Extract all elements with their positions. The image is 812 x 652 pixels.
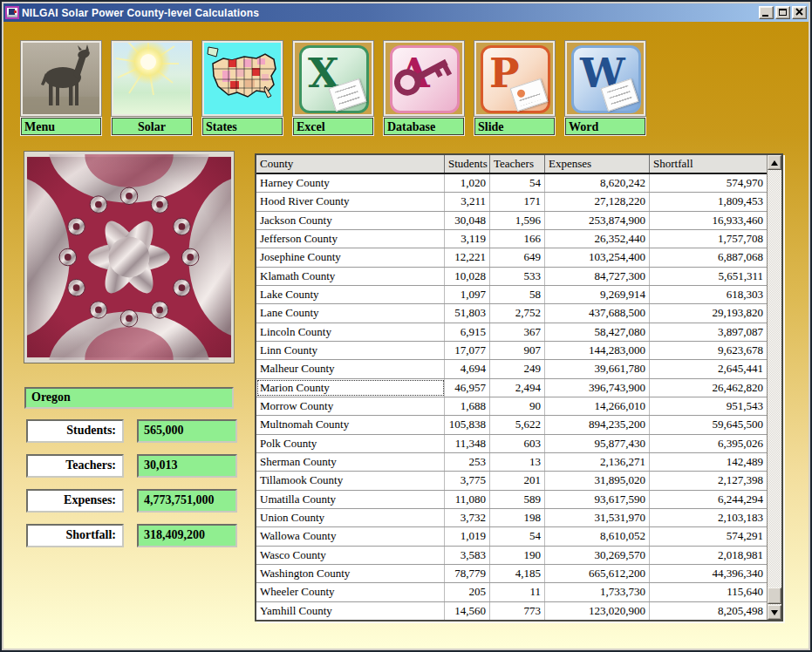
table-row[interactable]: Klamath County 10,028 533 84,727,300 5,6… — [256, 267, 767, 285]
cell-county[interactable]: Klamath County — [256, 268, 445, 285]
close-button[interactable] — [792, 6, 807, 19]
cell-shortfall[interactable]: 44,396,340 — [650, 565, 767, 582]
app-form-icon[interactable] — [5, 6, 19, 19]
table-row[interactable]: Tillamook County 3,775 201 31,895,020 2,… — [256, 471, 767, 489]
table-row[interactable]: Washington County 78,779 4,185 665,612,2… — [256, 564, 767, 582]
cell-county[interactable]: Jackson County — [256, 212, 445, 229]
cell-expenses[interactable]: 31,531,970 — [545, 509, 650, 526]
cell-students[interactable]: 11,080 — [445, 491, 490, 508]
cell-teachers[interactable]: 5,622 — [490, 416, 545, 433]
table-row[interactable]: Linn County 17,077 907 144,283,000 9,623… — [256, 341, 767, 359]
cell-expenses[interactable]: 437,688,500 — [545, 304, 650, 322]
table-row[interactable]: Morrow County 1,688 90 14,266,010 951,54… — [256, 397, 767, 415]
table-row[interactable]: Umatilla County 11,080 589 93,617,590 6,… — [256, 490, 767, 508]
table-row[interactable]: Marion County 46,957 2,494 396,743,900 2… — [256, 378, 767, 397]
table-row[interactable]: Lake County 1,097 58 9,269,914 618,303 — [256, 285, 767, 303]
cell-county[interactable]: Multnomah County — [256, 416, 445, 433]
cell-county[interactable]: Umatilla County — [256, 491, 445, 508]
cell-shortfall[interactable]: 59,645,500 — [650, 416, 767, 433]
cell-expenses[interactable]: 253,874,900 — [545, 212, 650, 229]
cell-expenses[interactable]: 665,612,200 — [545, 565, 650, 582]
cell-shortfall[interactable]: 2,127,398 — [650, 472, 767, 489]
cell-students[interactable]: 205 — [445, 583, 490, 601]
cell-shortfall[interactable]: 142,489 — [650, 453, 767, 471]
table-row[interactable]: Harney County 1,020 54 8,620,242 574,970 — [256, 174, 767, 192]
cell-students[interactable]: 1,019 — [445, 527, 490, 545]
cell-expenses[interactable]: 58,427,080 — [545, 323, 650, 341]
cell-teachers[interactable]: 533 — [490, 268, 545, 285]
cell-shortfall[interactable]: 6,887,068 — [650, 248, 767, 266]
cell-students[interactable]: 6,915 — [445, 323, 490, 341]
table-row[interactable]: Wasco County 3,583 190 30,269,570 2,018,… — [256, 546, 767, 564]
cell-students[interactable]: 105,838 — [445, 416, 490, 433]
cell-shortfall[interactable]: 1,809,453 — [650, 193, 767, 210]
cell-shortfall[interactable]: 2,103,183 — [650, 509, 767, 526]
cell-shortfall[interactable]: 951,543 — [650, 397, 767, 415]
cell-expenses[interactable]: 26,352,440 — [545, 230, 650, 248]
cell-expenses[interactable]: 396,743,900 — [545, 379, 650, 397]
window-title-bar[interactable]: NILGAI Solar Power County-level Calculat… — [3, 3, 809, 22]
table-row[interactable]: Yamhill County 14,560 773 123,020,900 8,… — [256, 601, 767, 620]
table-row[interactable]: Sherman County 253 13 2,136,271 142,489 — [256, 452, 767, 471]
cell-county[interactable]: Malheur County — [256, 360, 445, 377]
maximize-button[interactable] — [775, 6, 790, 19]
cell-county[interactable]: Wallowa County — [256, 527, 445, 545]
cell-teachers[interactable]: 649 — [490, 248, 545, 266]
vertical-scrollbar[interactable] — [767, 155, 781, 620]
cell-teachers[interactable]: 54 — [490, 527, 545, 545]
cell-expenses[interactable]: 8,610,052 — [545, 527, 650, 545]
cell-students[interactable]: 1,688 — [445, 397, 490, 415]
cell-students[interactable]: 3,119 — [445, 230, 490, 248]
cell-county[interactable]: Sherman County — [256, 453, 445, 471]
cell-expenses[interactable]: 31,895,020 — [545, 472, 650, 489]
cell-students[interactable]: 253 — [445, 453, 490, 471]
cell-county[interactable]: Lincoln County — [256, 323, 445, 341]
cell-expenses[interactable]: 95,877,430 — [545, 435, 650, 452]
cell-expenses[interactable]: 144,283,000 — [545, 342, 650, 359]
cell-county[interactable]: Washington County — [256, 565, 445, 582]
cell-students[interactable]: 4,694 — [445, 360, 490, 377]
cell-teachers[interactable]: 198 — [490, 509, 545, 526]
cell-students[interactable]: 14,560 — [445, 602, 490, 620]
database-button[interactable]: A Database — [384, 41, 464, 135]
cell-expenses[interactable]: 894,235,200 — [545, 416, 650, 433]
cell-expenses[interactable]: 30,269,570 — [545, 547, 650, 564]
states-button[interactable]: States — [202, 41, 283, 135]
cell-shortfall[interactable]: 574,291 — [650, 527, 767, 545]
cell-county[interactable]: Morrow County — [256, 397, 445, 415]
cell-expenses[interactable]: 2,136,271 — [545, 453, 650, 471]
slide-button[interactable]: P Slide — [474, 41, 555, 135]
table-row[interactable]: Union County 3,732 198 31,531,970 2,103,… — [256, 508, 767, 526]
cell-county[interactable]: Union County — [256, 509, 445, 526]
cell-teachers[interactable]: 367 — [490, 323, 545, 341]
table-row[interactable]: Lincoln County 6,915 367 58,427,080 3,89… — [256, 323, 767, 341]
cell-teachers[interactable]: 201 — [490, 472, 545, 489]
table-row[interactable]: Jackson County 30,048 1,596 253,874,900 … — [256, 211, 767, 229]
cell-county[interactable]: Lane County — [256, 304, 445, 322]
cell-shortfall[interactable]: 115,640 — [650, 583, 767, 601]
cell-students[interactable]: 17,077 — [445, 342, 490, 359]
cell-shortfall[interactable]: 3,897,087 — [650, 323, 767, 341]
cell-students[interactable]: 11,348 — [445, 435, 490, 452]
cell-teachers[interactable]: 249 — [490, 360, 545, 377]
cell-teachers[interactable]: 2,494 — [490, 379, 545, 397]
cell-teachers[interactable]: 13 — [490, 453, 545, 471]
cell-expenses[interactable]: 123,020,900 — [545, 602, 650, 620]
cell-teachers[interactable]: 166 — [490, 230, 545, 248]
cell-teachers[interactable]: 90 — [490, 397, 545, 415]
cell-teachers[interactable]: 171 — [490, 193, 545, 210]
cell-teachers[interactable]: 773 — [490, 602, 545, 620]
scrollbar-thumb[interactable] — [768, 587, 781, 604]
table-row[interactable]: Wheeler County 205 11 1,733,730 115,640 — [256, 582, 767, 601]
state-name-field[interactable]: Oregon — [24, 387, 234, 409]
menu-button[interactable]: Menu — [21, 41, 101, 135]
cell-county[interactable]: Lake County — [256, 286, 445, 303]
solar-button[interactable]: Solar — [112, 41, 192, 135]
cell-students[interactable]: 51,803 — [445, 304, 490, 322]
cell-county[interactable]: Yamhill County — [256, 602, 445, 620]
cell-expenses[interactable]: 103,254,400 — [545, 248, 650, 266]
cell-teachers[interactable]: 589 — [490, 491, 545, 508]
cell-students[interactable]: 1,097 — [445, 286, 490, 303]
cell-shortfall[interactable]: 618,303 — [650, 286, 767, 303]
scroll-down-button[interactable] — [768, 605, 781, 620]
